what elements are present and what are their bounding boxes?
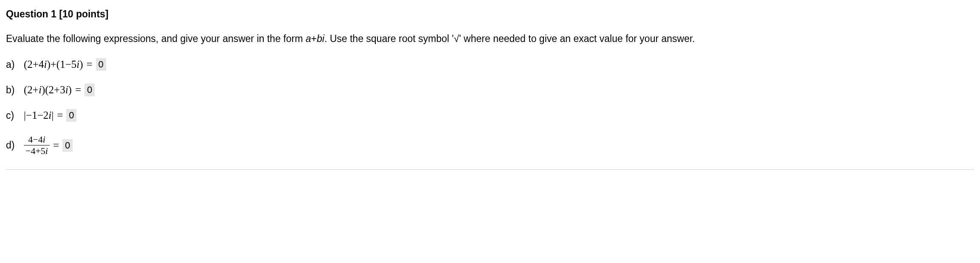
instruction-text-mid: . Use the square root symbol ' — [324, 33, 454, 44]
question-points: [10 points] — [59, 8, 108, 20]
paren-open: ( — [56, 59, 60, 70]
fraction-denominator: −4+5i — [24, 145, 50, 156]
paren-close: ) — [68, 84, 72, 96]
form-a: a — [306, 33, 311, 44]
question-number: Question 1 — [6, 8, 56, 20]
op-plus: + — [33, 84, 39, 96]
term: 2 — [27, 59, 33, 70]
equals-sign: = — [87, 59, 93, 70]
term: 3 — [60, 84, 65, 96]
instruction-text: Evaluate the following expressions, and … — [6, 33, 306, 44]
part-c-expression: |−1−2i| — [24, 109, 54, 121]
op-plus: + — [35, 145, 40, 156]
part-b: b) (2+i)(2+3i) = — [6, 84, 974, 96]
part-b-label: b) — [6, 84, 19, 96]
imaginary-i: i — [39, 84, 42, 96]
instruction-text-after: ' where needed to give an exact value fo… — [459, 33, 695, 44]
form-plus: + — [311, 33, 317, 44]
term: 5 — [41, 145, 45, 156]
part-a-label: a) — [6, 59, 19, 70]
fraction-numerator: 4−4i — [26, 134, 47, 145]
paren-close: ) — [79, 59, 83, 70]
paren-open: ( — [45, 84, 48, 96]
part-c-answer-input[interactable] — [66, 109, 76, 122]
term: 4 — [28, 134, 33, 145]
op-minus: − — [26, 109, 32, 121]
term: 1 — [32, 109, 37, 121]
part-b-answer-input[interactable] — [84, 84, 95, 96]
op-plus: + — [54, 84, 60, 96]
equals-sign: = — [57, 109, 63, 121]
part-c: c) |−1−2i| = — [6, 109, 974, 122]
part-d-answer-input[interactable] — [62, 139, 73, 152]
term: 5 — [71, 59, 77, 70]
op-minus: − — [33, 134, 38, 145]
op-plus: + — [33, 59, 39, 70]
imaginary-i: i — [48, 109, 51, 121]
op-minus: − — [37, 109, 43, 121]
part-a: a) (2+4i)+(1−5i) = — [6, 58, 974, 71]
part-d: d) 4−4i −4+5i = — [6, 134, 974, 156]
term: 2 — [27, 84, 33, 96]
part-d-expression: 4−4i −4+5i — [24, 134, 50, 156]
part-a-expression: (2+4i)+(1−5i) — [24, 59, 83, 70]
paren-close: ) — [47, 59, 50, 70]
part-d-label: d) — [6, 140, 19, 151]
sqrt-symbol: √ — [454, 33, 459, 44]
paren-open: ( — [24, 59, 27, 70]
term: 2 — [49, 84, 54, 96]
imaginary-i: i — [45, 145, 48, 156]
imaginary-i: i — [76, 59, 79, 70]
equals-sign: = — [53, 140, 59, 151]
paren-open: ( — [24, 84, 27, 96]
part-a-answer-input[interactable] — [96, 58, 106, 71]
question-instructions: Evaluate the following expressions, and … — [6, 32, 974, 45]
fraction: 4−4i −4+5i — [24, 134, 50, 156]
section-divider — [6, 169, 974, 170]
abs-bar-close: | — [51, 109, 54, 121]
op-plus: + — [51, 59, 56, 70]
imaginary-i: i — [44, 59, 47, 70]
term: 4 — [38, 134, 43, 145]
equals-sign: = — [75, 84, 81, 96]
op-minus: − — [65, 59, 71, 70]
question-header: Question 1 [10 points] — [6, 8, 974, 20]
imaginary-i: i — [43, 134, 45, 145]
paren-close: ) — [42, 84, 45, 96]
term: 2 — [43, 109, 49, 121]
term: 1 — [60, 59, 65, 70]
form-b: b — [317, 33, 322, 44]
term: 4 — [39, 59, 44, 70]
imaginary-i: i — [65, 84, 68, 96]
term: 4 — [31, 145, 35, 156]
part-c-label: c) — [6, 110, 19, 121]
op-minus: − — [25, 145, 31, 156]
part-b-expression: (2+i)(2+3i) — [24, 84, 72, 96]
